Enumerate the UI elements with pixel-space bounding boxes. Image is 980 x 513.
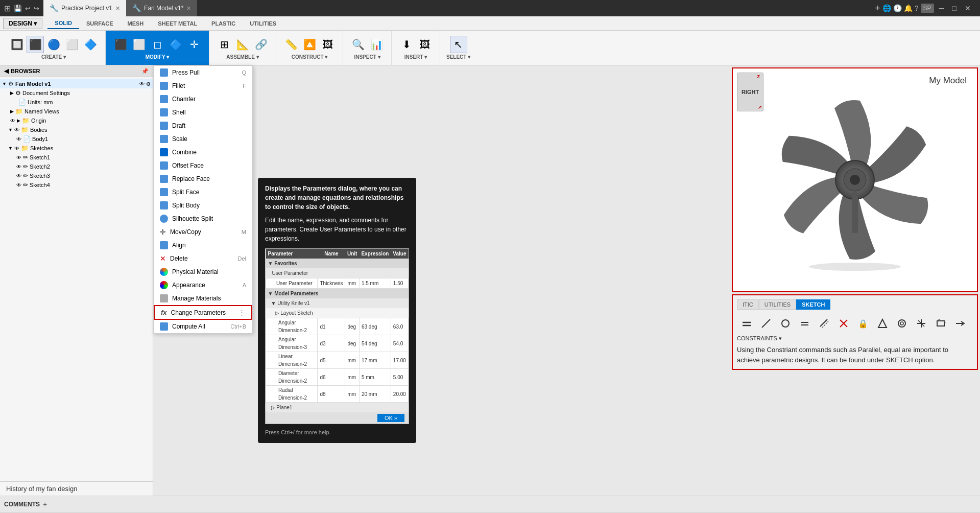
tab-fan-model[interactable]: 🔧 Fan Model v1* ✕ bbox=[126, 0, 197, 16]
tree-eye-origin[interactable]: 👁 bbox=[10, 118, 15, 124]
menu-item-align[interactable]: Align bbox=[154, 239, 252, 252]
bell-icon[interactable]: 🔔 bbox=[904, 4, 913, 12]
menu-item-appearance[interactable]: Appearance A bbox=[154, 278, 252, 292]
constraint-equal-btn[interactable] bbox=[796, 315, 814, 332]
param-row5-name[interactable]: Radial Dimension-2 bbox=[266, 386, 318, 403]
construct-btn2[interactable]: 🔼 bbox=[301, 36, 318, 53]
constraint-circle-btn[interactable] bbox=[777, 315, 794, 332]
max-btn[interactable]: □ bbox=[949, 4, 960, 12]
constraint-rect-btn[interactable] bbox=[932, 315, 949, 332]
constraint-diagonal-btn[interactable] bbox=[816, 315, 833, 332]
menu-item-draft[interactable]: Draft bbox=[154, 119, 252, 132]
close-btn[interactable]: ✕ bbox=[962, 4, 974, 12]
tree-eye-sketches[interactable]: 👁 bbox=[14, 146, 19, 151]
tree-eye-bodies[interactable]: 👁 bbox=[14, 127, 19, 133]
create-revolve-btn[interactable]: 🔵 bbox=[45, 36, 62, 53]
tree-item-root[interactable]: ▼ ⚙ Fan Model v1 👁 ⚙ bbox=[0, 79, 153, 88]
menu-item-change-parameters[interactable]: fx Change Parameters ⋮ bbox=[154, 305, 252, 320]
browser-back-arrow[interactable]: ◀ bbox=[4, 67, 9, 75]
tree-item-origin[interactable]: 👁 ▶ 📁 Origin bbox=[0, 116, 153, 125]
tab-close-1[interactable]: ✕ bbox=[115, 5, 120, 12]
modify-combine-btn[interactable]: 🔷 bbox=[167, 36, 184, 53]
tree-eye-s2[interactable]: 👁 bbox=[16, 164, 21, 170]
tree-eye-root[interactable]: 👁 bbox=[139, 81, 145, 87]
constraint-lock-btn[interactable]: 🔒 bbox=[854, 315, 872, 332]
menu-item-scale[interactable]: Scale bbox=[154, 132, 252, 146]
modify-more-btn[interactable]: ✛ bbox=[185, 36, 203, 53]
menu-item-combine[interactable]: Combine bbox=[154, 146, 252, 159]
design-dropdown[interactable]: DESIGN ▾ bbox=[3, 18, 42, 29]
modify-label[interactable]: MODIFY ▾ bbox=[146, 54, 169, 60]
construct-label[interactable]: CONSTRUCT ▾ bbox=[292, 54, 328, 60]
param-thickness-expr[interactable]: 1.5 mm bbox=[359, 278, 391, 289]
select-btn1[interactable]: ↖ bbox=[450, 36, 467, 53]
param-row4-name[interactable]: Diameter Dimension-2 bbox=[266, 369, 318, 386]
tree-item-sketches[interactable]: ▼ 👁 📁 Sketches bbox=[0, 144, 153, 153]
tree-item-sketch3[interactable]: 👁 ✏ Sketch3 bbox=[0, 171, 153, 180]
min-btn[interactable]: ─ bbox=[936, 4, 947, 12]
redo-icon[interactable]: ↪ bbox=[34, 5, 39, 12]
menu-item-compute-all[interactable]: Compute All Ctrl+B bbox=[154, 320, 252, 333]
modify-fillet-btn[interactable]: ⬜ bbox=[130, 36, 148, 53]
constraints-dropdown-label[interactable]: CONSTRAINTS ▾ bbox=[737, 335, 973, 342]
user-avatar[interactable]: SP bbox=[921, 4, 934, 13]
menu-item-shell[interactable]: Shell bbox=[154, 106, 252, 119]
tab-sheet-metal[interactable]: SHEET METAL bbox=[151, 18, 204, 29]
modify-shell-btn[interactable]: ◻ bbox=[149, 36, 166, 53]
tree-item-doc-settings[interactable]: ▶ ⚙ Document Settings bbox=[0, 88, 153, 98]
assemble-btn3[interactable]: 🔗 bbox=[252, 36, 270, 53]
param-thickness-name[interactable]: User Parameter bbox=[266, 278, 318, 289]
menu-item-fillet[interactable]: Fillet F bbox=[154, 79, 252, 92]
tab-close-2[interactable]: ✕ bbox=[186, 5, 191, 12]
inspect-btn2[interactable]: 📊 bbox=[368, 36, 385, 53]
create-sweep-btn[interactable]: ⬜ bbox=[63, 36, 81, 53]
browser-pin-icon[interactable]: 📌 bbox=[141, 68, 149, 75]
create-loft-btn[interactable]: 🔷 bbox=[82, 36, 99, 53]
new-tab-btn[interactable]: + bbox=[875, 3, 880, 14]
menu-item-split-body[interactable]: Split Body bbox=[154, 199, 252, 212]
assemble-label[interactable]: ASSEMBLE ▾ bbox=[226, 54, 258, 60]
select-label[interactable]: SELECT ▾ bbox=[446, 54, 470, 60]
modify-press-pull-btn[interactable]: ⬛ bbox=[112, 36, 129, 53]
create-extrude-btn[interactable]: ⬛ bbox=[27, 36, 44, 53]
assemble-btn2[interactable]: 📐 bbox=[234, 36, 251, 53]
tab-utilities-sketch[interactable]: UTILITIES bbox=[759, 299, 796, 310]
create-new-component-btn[interactable]: 🔲 bbox=[8, 36, 26, 53]
menu-item-press-pull[interactable]: Press Pull Q bbox=[154, 66, 252, 79]
param-thickness-nm[interactable]: Thickness bbox=[318, 278, 345, 289]
help-icon[interactable]: ? bbox=[915, 4, 919, 12]
tab-solid[interactable]: SOLID bbox=[47, 18, 79, 29]
tree-settings-root[interactable]: ⚙ bbox=[146, 81, 151, 87]
clock-icon[interactable]: 🕐 bbox=[893, 4, 902, 12]
tab-sketch-active[interactable]: SKETCH bbox=[796, 299, 830, 310]
change-params-more[interactable]: ⋮ bbox=[238, 309, 245, 316]
tree-item-sketch4[interactable]: 👁 ✏ Sketch4 bbox=[0, 180, 153, 190]
insert-btn2[interactable]: 🖼 bbox=[416, 36, 434, 53]
param-row2-name[interactable]: Angular Dimension-3 bbox=[266, 335, 318, 352]
tree-eye-s3[interactable]: 👁 bbox=[16, 173, 21, 179]
tree-eye-s1[interactable]: 👁 bbox=[16, 155, 21, 160]
tree-eye-s4[interactable]: 👁 bbox=[16, 182, 21, 188]
param-row3-name[interactable]: Linear Dimension-2 bbox=[266, 352, 318, 369]
tree-item-sketch1[interactable]: 👁 ✏ Sketch1 bbox=[0, 153, 153, 162]
inspect-label[interactable]: INSPECT ▾ bbox=[354, 54, 380, 60]
assemble-btn1[interactable]: ⊞ bbox=[216, 36, 233, 53]
tree-item-named-views[interactable]: ▶ 📁 Named Views bbox=[0, 107, 153, 116]
tab-itic[interactable]: ITIC bbox=[737, 299, 759, 310]
tree-item-body1[interactable]: 👁 📄 Body1 bbox=[0, 134, 153, 144]
param-row1-name[interactable]: Angular Dimension-2 bbox=[266, 318, 318, 335]
tab-practice-project[interactable]: 🔧 Practice Project v1 ✕ bbox=[43, 0, 126, 16]
menu-item-offset-face[interactable]: Offset Face bbox=[154, 159, 252, 172]
save-icon[interactable]: 💾 bbox=[14, 5, 22, 12]
comments-add-btn[interactable]: + bbox=[43, 500, 47, 508]
constraint-parallel-btn[interactable] bbox=[738, 315, 755, 332]
menu-item-move-copy[interactable]: ✛ Move/Copy M bbox=[154, 225, 252, 239]
app-menu-icon[interactable]: ⊞ bbox=[4, 4, 11, 13]
tree-item-units[interactable]: 📄 Units: mm bbox=[0, 98, 153, 107]
tab-utilities[interactable]: UTILITIES bbox=[243, 18, 283, 29]
constraint-line-btn[interactable] bbox=[757, 315, 775, 332]
inspect-btn1[interactable]: 🔍 bbox=[349, 36, 367, 53]
menu-item-silhouette-split[interactable]: Silhouette Split bbox=[154, 212, 252, 225]
insert-label[interactable]: INSERT ▾ bbox=[404, 54, 427, 60]
undo-icon[interactable]: ↩ bbox=[25, 5, 31, 12]
